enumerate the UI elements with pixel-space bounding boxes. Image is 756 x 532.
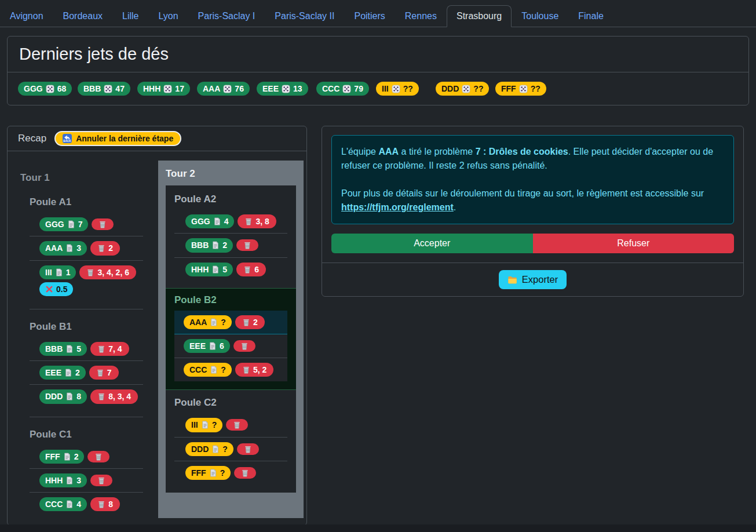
refusals-badge [237,443,259,455]
refusal-numbers: 2 [108,243,113,253]
dice-value: 47 [115,83,125,94]
row-badges: GGG7 [39,217,143,231]
team-label: FFF [45,451,60,462]
document-icon [213,217,221,225]
row-badges: FFF? [185,466,287,480]
penalty-line: 0.5 [39,282,143,296]
poule-a2: Poule A2GGG43, 8BBB2HHH56 [166,194,296,288]
tab-rennes[interactable]: Rennes [395,5,447,27]
back-icon: BACK [63,134,72,143]
recap-row: AAA?2 [174,311,287,334]
dice-value: 17 [175,83,184,94]
accept-button[interactable]: Accepter [331,234,533,253]
team-label: EEE [45,367,61,378]
problem-badge: DDD8 [39,389,87,403]
export-button-label: Exporter [522,274,558,285]
dice-icon [223,85,232,93]
dice-badge: DDD?? [436,82,489,96]
refusals-badge: 8 [90,497,120,511]
problem-badge: FFF? [185,466,231,480]
undo-last-step-button[interactable]: BACK Annuler la dernière étape [54,131,181,146]
tab-toulouse[interactable]: Toulouse [512,5,568,27]
decision-buttons: Accepter Refuser [331,234,734,253]
tab-paris-saclay-ii[interactable]: Paris-Saclay II [265,5,344,27]
refusals-badge: 7 [89,366,119,380]
trash-icon [97,392,105,400]
draw-action-main: L'équipe AAA a tiré le problème 7 : Drôl… [322,126,743,263]
tab-avignon[interactable]: Avignon [0,5,53,27]
poule-rows: III?DDD?FFF? [174,413,287,484]
recap-row: EEE27 [30,361,143,385]
row-badges: BBB57, 4 [39,342,143,356]
dice-badge: CCC79 [316,82,369,96]
refusals-badge [226,419,248,431]
dice-icon [282,85,290,93]
dice-value: ?? [531,83,540,94]
problem-number: 5 [222,264,227,275]
team-label: III [191,420,198,430]
export-button[interactable]: Exporter [499,270,567,289]
dice-badge: BBB47 [78,82,130,96]
problem-number: 4 [76,499,81,509]
dice-cell: GGG68 [18,82,78,96]
tab-finale[interactable]: Finale [568,5,613,27]
document-icon [211,241,220,249]
dice-icon [462,85,470,93]
refuse-button[interactable]: Refuser [533,234,735,253]
problem-number: 1 [66,267,71,278]
row-badges: HHH56 [185,263,287,276]
row-badges: GGG43, 8 [185,214,287,228]
problem-badge: HHH5 [185,263,233,276]
problem-badge: CCC4 [39,497,87,511]
team-label: DDD [441,83,459,94]
tab-poitiers[interactable]: Poitiers [344,5,395,27]
recap-row: GGG43, 8 [174,210,287,234]
refusal-numbers: 6 [254,264,259,275]
refusals-badge [236,239,258,251]
team-label: CCC [189,365,207,375]
dice-badge: AAA76 [197,82,250,96]
team-label: CCC [322,83,339,94]
trash-icon [97,500,105,508]
trash-icon [240,342,249,350]
tab-strasbourg[interactable]: Strasbourg [447,5,512,27]
recap-card: Recap BACK Annuler la dernière étape Tou… [7,126,307,526]
export-row: Exporter [322,263,743,296]
folder-icon [507,275,517,285]
row-badges: DDD? [185,442,287,456]
row-badges: III? [185,418,287,432]
row-badges: AAA32 [39,241,143,255]
row-badges: CCC48 [39,497,143,511]
problem-badge: III1 [39,265,76,279]
tab-lyon[interactable]: Lyon [149,5,188,27]
dice-value: ?? [403,83,413,94]
x-icon [45,285,53,293]
team-label: EEE [262,83,279,94]
document-icon [211,445,220,453]
refusal-numbers: 7 [107,367,112,378]
tab-lille[interactable]: Lille [112,5,148,27]
dice-icon [342,85,351,93]
poule-title: Poule A2 [174,194,287,205]
refusals-badge: 6 [236,263,266,276]
team-label: III [45,267,52,278]
document-icon [211,265,220,274]
refusal-numbers: 3, 4, 2, 6 [97,267,129,278]
row-badges: DDD88, 3, 4 [39,389,143,403]
refusal-numbers: 3, 8 [255,216,269,227]
problem-badge: CCC? [184,363,232,377]
alert-problem-name: 7 : Drôles de cookies [476,147,568,156]
problem-number: 8 [76,391,81,402]
tab-bordeaux[interactable]: Bordeaux [53,5,113,27]
row-badges: HHH3 [39,473,143,487]
recap-row: CCC48 [30,493,143,516]
tab-paris-saclay-i[interactable]: Paris-Saclay I [188,5,265,27]
team-label: CCC [45,499,63,509]
trash-icon [243,265,251,274]
recap-row: HHH56 [174,258,287,281]
reglement-link[interactable]: https://tfjm.org/reglement [341,202,454,212]
document-icon [65,244,74,252]
dice-cell: AAA76 [197,82,257,96]
trash-icon [96,369,104,377]
refusals-badge [92,218,114,230]
